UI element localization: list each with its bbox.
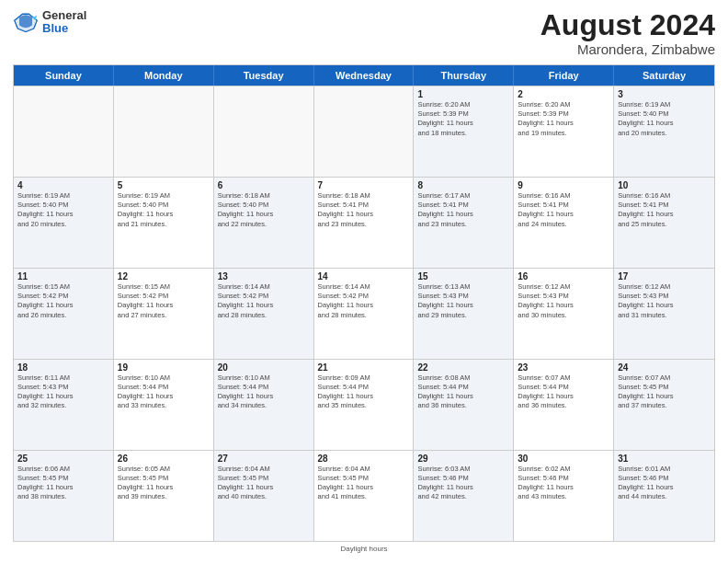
day-info-14: Sunrise: 6:14 AM Sunset: 5:42 PM Dayligh… <box>318 282 410 320</box>
day-number-26: 26 <box>118 454 210 464</box>
day-cell-3: 3Sunrise: 6:19 AM Sunset: 5:40 PM Daylig… <box>614 86 714 177</box>
empty-cell-0-0 <box>14 86 114 177</box>
weekday-header-friday: Friday <box>514 65 614 86</box>
day-cell-25: 25Sunrise: 6:06 AM Sunset: 5:45 PM Dayli… <box>14 451 114 541</box>
day-cell-5: 5Sunrise: 6:19 AM Sunset: 5:40 PM Daylig… <box>114 178 214 268</box>
day-number-10: 10 <box>618 180 711 190</box>
page: General Blue August 2024 Marondera, Zimb… <box>0 0 728 563</box>
day-info-10: Sunrise: 6:16 AM Sunset: 5:41 PM Dayligh… <box>618 191 711 229</box>
weekday-header-saturday: Saturday <box>614 65 714 86</box>
title-block: August 2024 Marondera, Zimbabwe <box>540 9 715 57</box>
day-cell-16: 16Sunrise: 6:12 AM Sunset: 5:43 PM Dayli… <box>514 269 614 359</box>
day-cell-9: 9Sunrise: 6:16 AM Sunset: 5:41 PM Daylig… <box>514 178 614 268</box>
header: General Blue August 2024 Marondera, Zimb… <box>13 9 715 57</box>
day-info-21: Sunrise: 6:09 AM Sunset: 5:44 PM Dayligh… <box>318 373 410 411</box>
day-cell-12: 12Sunrise: 6:15 AM Sunset: 5:42 PM Dayli… <box>114 269 214 359</box>
empty-cell-0-1 <box>114 86 214 177</box>
day-info-30: Sunrise: 6:02 AM Sunset: 5:46 PM Dayligh… <box>518 465 609 502</box>
day-info-27: Sunrise: 6:04 AM Sunset: 5:45 PM Dayligh… <box>218 465 310 502</box>
day-cell-13: 13Sunrise: 6:14 AM Sunset: 5:42 PM Dayli… <box>214 269 314 359</box>
day-cell-27: 27Sunrise: 6:04 AM Sunset: 5:45 PM Dayli… <box>214 451 314 541</box>
calendar-week-5: 25Sunrise: 6:06 AM Sunset: 5:45 PM Dayli… <box>14 450 714 541</box>
day-number-24: 24 <box>618 362 711 373</box>
day-cell-30: 30Sunrise: 6:02 AM Sunset: 5:46 PM Dayli… <box>514 451 614 541</box>
day-info-18: Sunrise: 6:11 AM Sunset: 5:43 PM Dayligh… <box>17 373 109 411</box>
day-number-3: 3 <box>618 89 711 99</box>
month-title: August 2024 <box>540 9 715 41</box>
day-cell-6: 6Sunrise: 6:18 AM Sunset: 5:40 PM Daylig… <box>214 178 314 268</box>
day-info-22: Sunrise: 6:08 AM Sunset: 5:44 PM Dayligh… <box>417 373 509 411</box>
logo-general-text: General <box>42 9 86 22</box>
day-number-8: 8 <box>417 180 509 190</box>
day-cell-4: 4Sunrise: 6:19 AM Sunset: 5:40 PM Daylig… <box>14 178 114 268</box>
day-cell-7: 7Sunrise: 6:18 AM Sunset: 5:41 PM Daylig… <box>314 178 415 268</box>
day-number-25: 25 <box>17 454 109 464</box>
day-number-13: 13 <box>218 271 310 282</box>
day-cell-11: 11Sunrise: 6:15 AM Sunset: 5:42 PM Dayli… <box>14 269 114 359</box>
calendar-week-2: 4Sunrise: 6:19 AM Sunset: 5:40 PM Daylig… <box>14 177 714 268</box>
weekday-header-wednesday: Wednesday <box>314 65 415 86</box>
day-number-2: 2 <box>518 89 609 99</box>
day-number-23: 23 <box>518 362 609 373</box>
empty-cell-0-2 <box>214 86 314 177</box>
day-number-18: 18 <box>17 362 109 373</box>
day-cell-2: 2Sunrise: 6:20 AM Sunset: 5:39 PM Daylig… <box>514 86 614 177</box>
day-info-29: Sunrise: 6:03 AM Sunset: 5:46 PM Dayligh… <box>417 465 509 502</box>
day-info-24: Sunrise: 6:07 AM Sunset: 5:45 PM Dayligh… <box>618 373 711 411</box>
day-number-21: 21 <box>318 362 410 373</box>
logo-text: General Blue <box>42 9 86 36</box>
day-cell-24: 24Sunrise: 6:07 AM Sunset: 5:45 PM Dayli… <box>614 360 714 450</box>
day-number-20: 20 <box>218 362 310 373</box>
day-number-6: 6 <box>218 180 310 190</box>
day-number-22: 22 <box>417 362 509 373</box>
day-cell-17: 17Sunrise: 6:12 AM Sunset: 5:43 PM Dayli… <box>614 269 714 359</box>
day-number-28: 28 <box>318 454 410 464</box>
day-number-15: 15 <box>417 271 509 282</box>
day-cell-22: 22Sunrise: 6:08 AM Sunset: 5:44 PM Dayli… <box>414 360 514 450</box>
day-info-16: Sunrise: 6:12 AM Sunset: 5:43 PM Dayligh… <box>518 282 609 320</box>
day-number-14: 14 <box>318 271 410 282</box>
day-info-12: Sunrise: 6:15 AM Sunset: 5:42 PM Dayligh… <box>118 282 210 320</box>
day-number-5: 5 <box>118 180 210 190</box>
day-cell-8: 8Sunrise: 6:17 AM Sunset: 5:41 PM Daylig… <box>414 178 514 268</box>
weekday-header-monday: Monday <box>114 65 214 86</box>
day-number-29: 29 <box>417 454 509 464</box>
calendar: SundayMondayTuesdayWednesdayThursdayFrid… <box>13 64 715 542</box>
day-info-13: Sunrise: 6:14 AM Sunset: 5:42 PM Dayligh… <box>218 282 310 320</box>
day-info-5: Sunrise: 6:19 AM Sunset: 5:40 PM Dayligh… <box>118 191 210 229</box>
day-number-31: 31 <box>618 454 711 464</box>
day-info-8: Sunrise: 6:17 AM Sunset: 5:41 PM Dayligh… <box>417 191 509 229</box>
logo: General Blue <box>13 9 86 36</box>
day-cell-14: 14Sunrise: 6:14 AM Sunset: 5:42 PM Dayli… <box>314 269 415 359</box>
calendar-week-3: 11Sunrise: 6:15 AM Sunset: 5:42 PM Dayli… <box>14 268 714 359</box>
day-cell-29: 29Sunrise: 6:03 AM Sunset: 5:46 PM Dayli… <box>414 451 514 541</box>
weekday-header-thursday: Thursday <box>414 65 514 86</box>
calendar-week-1: 1Sunrise: 6:20 AM Sunset: 5:39 PM Daylig… <box>14 86 714 177</box>
weekday-header-sunday: Sunday <box>14 65 114 86</box>
day-number-16: 16 <box>518 271 609 282</box>
day-info-31: Sunrise: 6:01 AM Sunset: 5:46 PM Dayligh… <box>618 465 711 502</box>
day-number-19: 19 <box>118 362 210 373</box>
day-info-28: Sunrise: 6:04 AM Sunset: 5:45 PM Dayligh… <box>318 465 410 502</box>
calendar-body: 1Sunrise: 6:20 AM Sunset: 5:39 PM Daylig… <box>14 86 714 541</box>
day-number-30: 30 <box>518 454 609 464</box>
day-info-7: Sunrise: 6:18 AM Sunset: 5:41 PM Dayligh… <box>318 191 410 229</box>
day-info-20: Sunrise: 6:10 AM Sunset: 5:44 PM Dayligh… <box>218 373 310 411</box>
day-cell-23: 23Sunrise: 6:07 AM Sunset: 5:44 PM Dayli… <box>514 360 614 450</box>
day-info-3: Sunrise: 6:19 AM Sunset: 5:40 PM Dayligh… <box>618 100 711 138</box>
day-info-9: Sunrise: 6:16 AM Sunset: 5:41 PM Dayligh… <box>518 191 609 229</box>
day-info-4: Sunrise: 6:19 AM Sunset: 5:40 PM Dayligh… <box>17 191 109 229</box>
day-info-19: Sunrise: 6:10 AM Sunset: 5:44 PM Dayligh… <box>118 373 210 411</box>
day-info-2: Sunrise: 6:20 AM Sunset: 5:39 PM Dayligh… <box>518 100 609 138</box>
footer-note: Daylight hours <box>13 542 715 554</box>
day-cell-21: 21Sunrise: 6:09 AM Sunset: 5:44 PM Dayli… <box>314 360 415 450</box>
calendar-header: SundayMondayTuesdayWednesdayThursdayFrid… <box>14 65 714 86</box>
day-info-26: Sunrise: 6:05 AM Sunset: 5:45 PM Dayligh… <box>118 465 210 502</box>
day-info-1: Sunrise: 6:20 AM Sunset: 5:39 PM Dayligh… <box>417 100 509 138</box>
day-cell-20: 20Sunrise: 6:10 AM Sunset: 5:44 PM Dayli… <box>214 360 314 450</box>
day-cell-10: 10Sunrise: 6:16 AM Sunset: 5:41 PM Dayli… <box>614 178 714 268</box>
empty-cell-0-3 <box>314 86 415 177</box>
location-subtitle: Marondera, Zimbabwe <box>540 41 715 57</box>
day-cell-18: 18Sunrise: 6:11 AM Sunset: 5:43 PM Dayli… <box>14 360 114 450</box>
day-cell-1: 1Sunrise: 6:20 AM Sunset: 5:39 PM Daylig… <box>414 86 514 177</box>
